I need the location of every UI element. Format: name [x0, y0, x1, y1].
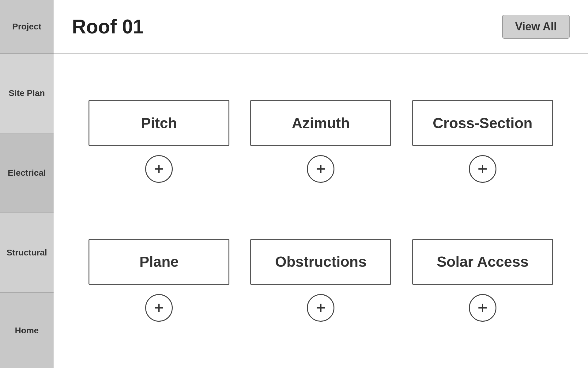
- main-content: Roof 01 View All Pitch + Azimuth + Cross…: [54, 0, 588, 368]
- card-label-solar-access: Solar Access: [437, 253, 529, 270]
- view-all-button[interactable]: View All: [502, 15, 570, 39]
- add-button-plane[interactable]: +: [145, 294, 173, 322]
- card-plane[interactable]: Plane: [89, 239, 229, 285]
- plus-icon-azimuth: +: [316, 160, 326, 178]
- plus-icon-obstructions: +: [316, 299, 326, 316]
- add-button-solar-access[interactable]: +: [469, 294, 496, 322]
- card-azimuth[interactable]: Azimuth: [250, 100, 391, 146]
- sidebar-label-home: Home: [15, 326, 39, 335]
- card-label-pitch: Pitch: [141, 115, 177, 132]
- add-button-pitch[interactable]: +: [145, 155, 173, 183]
- sidebar-label-project: Project: [12, 22, 41, 32]
- sidebar: Project Site Plan Electrical Structural …: [0, 0, 54, 368]
- sidebar-item-structural[interactable]: Structural: [0, 213, 54, 293]
- grid-area: Pitch + Azimuth + Cross-Section + P: [54, 54, 588, 368]
- card-solar-access[interactable]: Solar Access: [412, 239, 553, 285]
- grid-cell-solar-access: Solar Access +: [402, 239, 564, 322]
- add-button-azimuth[interactable]: +: [307, 155, 334, 183]
- sidebar-item-electrical[interactable]: Electrical: [0, 133, 54, 213]
- card-label-cross-section: Cross-Section: [433, 115, 532, 132]
- plus-icon-plane: +: [154, 299, 164, 316]
- grid-cell-cross-section: Cross-Section +: [402, 100, 564, 183]
- plus-icon-solar-access: +: [477, 299, 488, 316]
- card-obstructions[interactable]: Obstructions: [250, 239, 391, 285]
- plus-icon-pitch: +: [154, 160, 164, 178]
- header: Roof 01 View All: [54, 0, 588, 54]
- sidebar-label-electrical: Electrical: [8, 168, 46, 178]
- grid-cell-azimuth: Azimuth +: [240, 100, 401, 183]
- card-label-azimuth: Azimuth: [292, 115, 350, 132]
- add-button-cross-section[interactable]: +: [469, 155, 496, 183]
- sidebar-label-structural: Structural: [6, 248, 47, 258]
- sidebar-item-project[interactable]: Project: [0, 0, 54, 54]
- grid-cell-pitch: Pitch +: [78, 100, 240, 183]
- card-label-obstructions: Obstructions: [275, 253, 367, 270]
- card-cross-section[interactable]: Cross-Section: [412, 100, 553, 146]
- grid-cell-obstructions: Obstructions +: [240, 239, 401, 322]
- sidebar-item-site-plan[interactable]: Site Plan: [0, 54, 54, 133]
- page-title: Roof 01: [72, 15, 144, 38]
- card-label-plane: Plane: [139, 253, 179, 270]
- sidebar-label-site-plan: Site Plan: [9, 88, 45, 98]
- sidebar-item-home[interactable]: Home: [0, 293, 54, 368]
- plus-icon-cross-section: +: [477, 160, 488, 178]
- grid-cell-plane: Plane +: [78, 239, 240, 322]
- card-pitch[interactable]: Pitch: [89, 100, 229, 146]
- add-button-obstructions[interactable]: +: [307, 294, 334, 322]
